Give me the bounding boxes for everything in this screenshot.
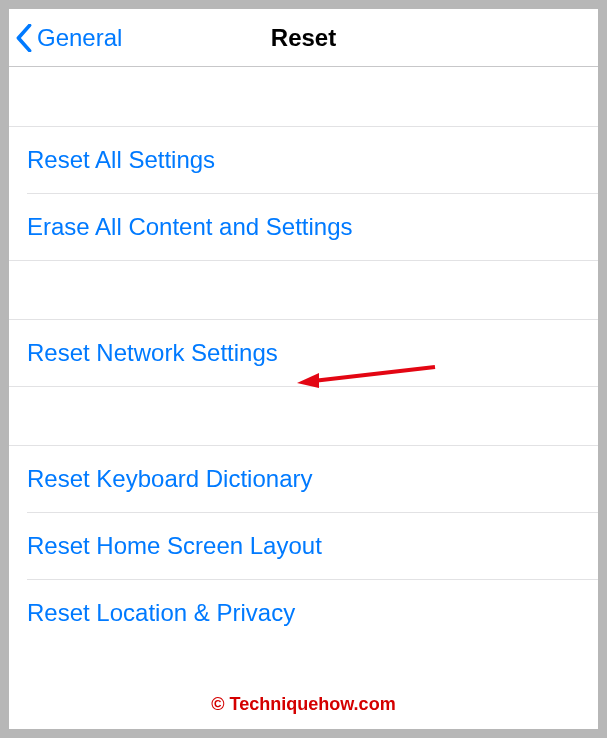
row-erase-all-content[interactable]: Erase All Content and Settings [9, 194, 598, 260]
back-label: General [37, 24, 122, 52]
row-label: Reset Keyboard Dictionary [27, 465, 312, 493]
section-spacer [9, 67, 598, 127]
section-spacer [9, 386, 598, 446]
watermark: © Techniquehow.com [9, 694, 598, 715]
settings-screen: General Reset Reset All Settings Erase A… [9, 9, 598, 729]
back-button[interactable]: General [9, 24, 122, 52]
row-reset-all-settings[interactable]: Reset All Settings [9, 127, 598, 193]
row-label: Reset Network Settings [27, 339, 278, 367]
row-reset-keyboard-dictionary[interactable]: Reset Keyboard Dictionary [9, 446, 598, 512]
section-spacer [9, 260, 598, 320]
row-label: Reset Location & Privacy [27, 599, 295, 627]
row-reset-home-screen-layout[interactable]: Reset Home Screen Layout [9, 513, 598, 579]
row-reset-location-privacy[interactable]: Reset Location & Privacy [9, 580, 598, 646]
row-label: Reset All Settings [27, 146, 215, 174]
row-label: Reset Home Screen Layout [27, 532, 322, 560]
chevron-left-icon [15, 24, 33, 52]
nav-bar: General Reset [9, 9, 598, 67]
row-label: Erase All Content and Settings [27, 213, 353, 241]
row-reset-network-settings[interactable]: Reset Network Settings [9, 320, 598, 386]
